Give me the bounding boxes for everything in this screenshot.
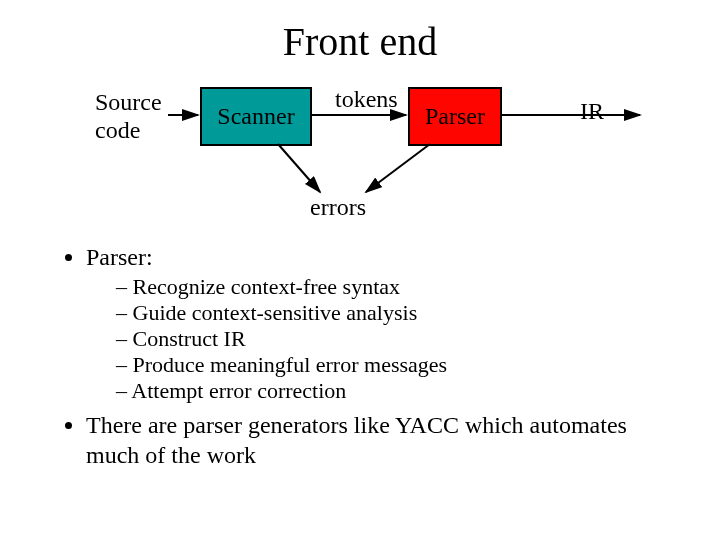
list-item: Produce meaningful error messages: [116, 352, 680, 378]
list-item: Recognize context-free syntax: [116, 274, 680, 300]
list-item: Attempt error correction: [116, 378, 680, 404]
svg-line-4: [366, 144, 430, 192]
parser-heading: Parser:: [86, 242, 680, 272]
list-item: Guide context-sensitive analysis: [116, 300, 680, 326]
content-block: Parser: Recognize context-free syntax Gu…: [58, 242, 680, 470]
note-line: There are parser generators like YACC wh…: [86, 410, 680, 470]
svg-line-3: [278, 144, 320, 192]
list-item: Construct IR: [116, 326, 680, 352]
parser-sublist: Recognize context-free syntax Guide cont…: [86, 274, 680, 404]
